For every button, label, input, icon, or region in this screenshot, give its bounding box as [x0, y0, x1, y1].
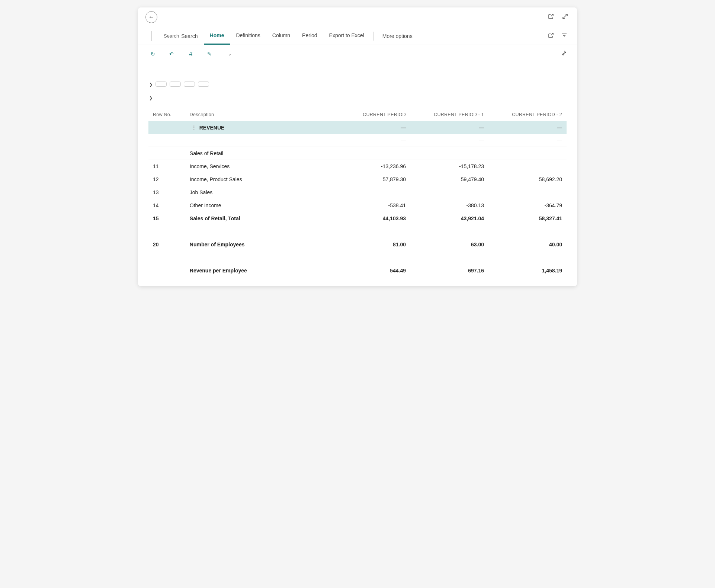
- cell-cp: 57,879.30: [332, 173, 410, 186]
- cell-rowno: [148, 225, 185, 238]
- cell-cp: 44,103.93: [332, 212, 410, 225]
- cell-desc: Income, Services: [185, 160, 332, 173]
- nav-item-column[interactable]: Column: [266, 27, 296, 45]
- col-header-cp1: CURRENT PERIOD - 1: [410, 108, 488, 121]
- options-label[interactable]: ❯: [148, 81, 153, 87]
- cell-cp2: 58,327.41: [488, 212, 567, 225]
- option-badge-no[interactable]: [198, 82, 209, 87]
- dimensions-label[interactable]: ❯: [148, 95, 153, 100]
- cell-desc: Other Income: [185, 199, 332, 212]
- cell-cp: 81.00: [332, 238, 410, 251]
- print-icon: 🖨: [188, 51, 193, 57]
- filter-icon[interactable]: [559, 31, 570, 41]
- table-row: ———: [148, 134, 567, 147]
- cell-rowno: 15: [148, 212, 185, 225]
- table-row: ———: [148, 251, 567, 264]
- cell-rowno: [148, 251, 185, 264]
- cell-rowno: [148, 121, 185, 134]
- nav-item-period[interactable]: Period: [296, 27, 323, 45]
- table-row: Sales of Retail———: [148, 147, 567, 160]
- pin-icon[interactable]: [559, 48, 570, 60]
- cell-cp: —: [332, 147, 410, 160]
- recalculate-button[interactable]: ↻: [145, 48, 163, 60]
- cell-cp: —: [332, 186, 410, 199]
- cell-cp2: —: [488, 121, 567, 134]
- revert-icon: ↶: [169, 51, 174, 57]
- nav-item-export[interactable]: Export to Excel: [323, 27, 370, 45]
- recalculate-icon: ↻: [151, 51, 155, 57]
- options-row: ❯: [148, 81, 567, 87]
- cell-cp2: —: [488, 160, 567, 173]
- table-row: ———: [148, 225, 567, 238]
- cell-rowno: 13: [148, 186, 185, 199]
- cell-cp2: 1,458.19: [488, 264, 567, 277]
- cell-cp1: -380.13: [410, 199, 488, 212]
- cell-cp1: -15,178.23: [410, 160, 488, 173]
- table-row: ⋮ REVENUE———: [148, 121, 567, 134]
- cell-cp: 544.49: [332, 264, 410, 277]
- cell-cp1: 59,479.40: [410, 173, 488, 186]
- col-header-rowno: Row No.: [148, 108, 185, 121]
- cell-cp1: —: [410, 225, 488, 238]
- cell-cp: -13,236.96: [332, 160, 410, 173]
- table-row: 20Number of Employees81.0063.0040.00: [148, 238, 567, 251]
- options-chevron-icon: ❯: [149, 82, 153, 87]
- nav-item-home[interactable]: Home: [204, 27, 230, 45]
- nav-search[interactable]: Search Search: [158, 28, 204, 44]
- option-badge-daterange[interactable]: [184, 82, 195, 87]
- cell-desc: [185, 225, 332, 238]
- cell-cp: -538.41: [332, 199, 410, 212]
- revert-button[interactable]: ↶: [164, 48, 181, 60]
- cell-cp1: —: [410, 186, 488, 199]
- cell-cp2: —: [488, 225, 567, 238]
- cell-cp: —: [332, 251, 410, 264]
- cell-cp: —: [332, 121, 410, 134]
- share-icon[interactable]: [546, 31, 556, 41]
- content-area: ❯ ❯ Row No. Description CURRENT PERIOD C…: [138, 63, 577, 286]
- report-table: Row No. Description CURRENT PERIOD CURRE…: [148, 108, 567, 277]
- nav-item-definitions[interactable]: Definitions: [230, 27, 266, 45]
- nav-bar: Search Search Home Definitions Column Pe…: [138, 27, 577, 45]
- cell-desc: Job Sales: [185, 186, 332, 199]
- cell-cp1: —: [410, 134, 488, 147]
- option-badge-revempl[interactable]: [155, 82, 167, 87]
- edit-icon: ✎: [207, 51, 212, 57]
- back-button[interactable]: ←: [145, 11, 157, 23]
- cell-rowno: [148, 264, 185, 277]
- maximize-icon[interactable]: [561, 12, 570, 22]
- print-button[interactable]: 🖨: [183, 48, 201, 60]
- cell-cp1: —: [410, 251, 488, 264]
- cell-cp2: —: [488, 147, 567, 160]
- show-button[interactable]: ⌄: [221, 49, 237, 59]
- cell-cp2: -364.79: [488, 199, 567, 212]
- cell-rowno: 12: [148, 173, 185, 186]
- cell-desc: ⋮ REVENUE: [185, 121, 332, 134]
- drag-handle-icon[interactable]: ⋮: [190, 125, 198, 131]
- external-link-icon[interactable]: [546, 12, 555, 22]
- search-icon: Search: [164, 33, 179, 39]
- table-row: Revenue per Employee544.49697.161,458.19: [148, 264, 567, 277]
- cell-cp1: 63.00: [410, 238, 488, 251]
- cell-desc: Revenue per Employee: [185, 264, 332, 277]
- toolbar: ↻ ↶ 🖨 ✎ ⌄: [138, 45, 577, 63]
- edit-defaults-button[interactable]: ✎: [202, 48, 219, 60]
- col-header-cp2: CURRENT PERIOD - 2: [488, 108, 567, 121]
- table-header-row: Row No. Description CURRENT PERIOD CURRE…: [148, 108, 567, 121]
- nav-more-options[interactable]: More options: [376, 28, 419, 44]
- cell-cp: —: [332, 225, 410, 238]
- cell-cp1: —: [410, 121, 488, 134]
- cell-desc: Sales of Retail, Total: [185, 212, 332, 225]
- title-bar: ←: [138, 7, 577, 27]
- nav-divider: [373, 32, 373, 41]
- cell-desc: [185, 134, 332, 147]
- search-label: Search: [181, 33, 198, 39]
- table-row: 13Job Sales———: [148, 186, 567, 199]
- cell-cp1: —: [410, 147, 488, 160]
- table-row: 15Sales of Retail, Total44,103.9343,921.…: [148, 212, 567, 225]
- cell-cp2: 40.00: [488, 238, 567, 251]
- cell-rowno: [148, 134, 185, 147]
- cell-rowno: 14: [148, 199, 185, 212]
- cell-desc: Income, Product Sales: [185, 173, 332, 186]
- cell-cp2: —: [488, 134, 567, 147]
- option-badge-month[interactable]: [170, 82, 181, 87]
